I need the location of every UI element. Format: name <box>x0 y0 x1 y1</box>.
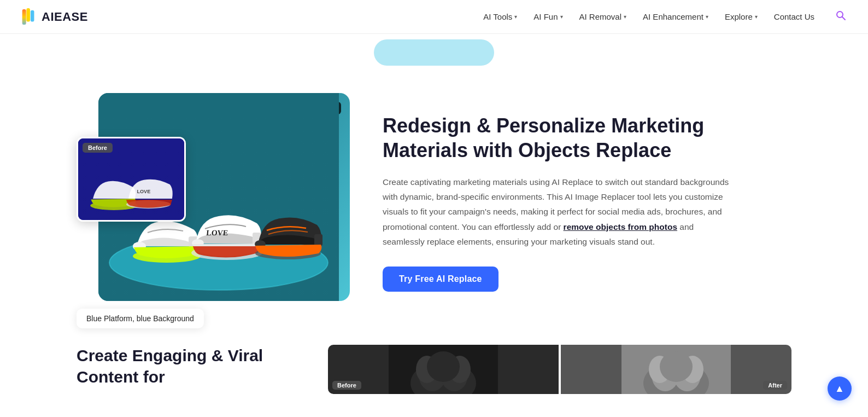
image-comparison: After <box>77 93 350 312</box>
before-image: Before <box>77 137 186 222</box>
logo[interactable]: AIEASE <box>22 8 88 26</box>
right-content: Redesign & Personalize Marketing Materia… <box>383 113 732 292</box>
nav-ai-fun[interactable]: AI Fun ▾ <box>533 12 562 21</box>
svg-rect-3 <box>22 9 26 24</box>
try-free-ai-replace-button[interactable]: Try Free AI Replace <box>383 267 498 292</box>
chevron-down-icon: ▾ <box>514 14 517 20</box>
nav-ai-tools[interactable]: AI Tools ▾ <box>483 12 517 21</box>
nav-ai-removal[interactable]: AI Removal ▾ <box>579 12 627 21</box>
bottom-section: Create Engaging & Viral Content for Befo… <box>0 334 868 394</box>
logo-text: AIEASE <box>42 10 88 24</box>
main-nav: AI Tools ▾ AI Fun ▾ AI Removal ▾ AI Enha… <box>483 10 846 24</box>
bottom-before-image: Before <box>328 345 559 394</box>
bottom-after-badge: After <box>763 381 787 390</box>
caption-box: Blue Platform, blue Background <box>77 309 204 328</box>
top-bar-partial <box>0 34 868 77</box>
top-blue-pill <box>374 39 494 66</box>
svg-rect-18 <box>314 234 322 246</box>
bottom-comparison-images: Before After <box>328 345 791 394</box>
bottom-after-image: After <box>561 345 791 394</box>
section-title: Redesign & Personalize Marketing Materia… <box>383 113 732 163</box>
header: AIEASE AI Tools ▾ AI Fun ▾ AI Removal ▾ … <box>0 0 868 34</box>
svg-line-5 <box>842 17 846 20</box>
svg-text:LOVE: LOVE <box>206 229 228 237</box>
section-description: Create captivating marketing materials u… <box>383 175 732 249</box>
before-badge: Before <box>83 143 113 153</box>
svg-rect-1 <box>26 8 30 21</box>
chevron-down-icon: ▾ <box>624 14 626 20</box>
bottom-title: Create Engaging & Viral Content for <box>77 345 295 387</box>
svg-rect-2 <box>31 10 34 21</box>
nav-explore[interactable]: Explore ▾ <box>725 12 758 21</box>
search-icon[interactable] <box>835 10 846 24</box>
svg-point-36 <box>660 351 693 382</box>
svg-point-29 <box>427 351 460 382</box>
chevron-down-icon: ▾ <box>706 14 708 20</box>
chevron-down-icon: ▾ <box>560 14 563 20</box>
remove-objects-link[interactable]: remove objects from photos <box>564 222 677 231</box>
nav-contact[interactable]: Contact Us <box>774 12 814 21</box>
nav-ai-enhancement[interactable]: AI Enhancement ▾ <box>643 12 708 21</box>
bottom-before-badge: Before <box>332 381 361 390</box>
svg-text:LOVE: LOVE <box>137 189 151 194</box>
logo-icon <box>22 8 37 26</box>
chevron-down-icon: ▾ <box>755 14 758 20</box>
main-section: After <box>0 77 868 334</box>
